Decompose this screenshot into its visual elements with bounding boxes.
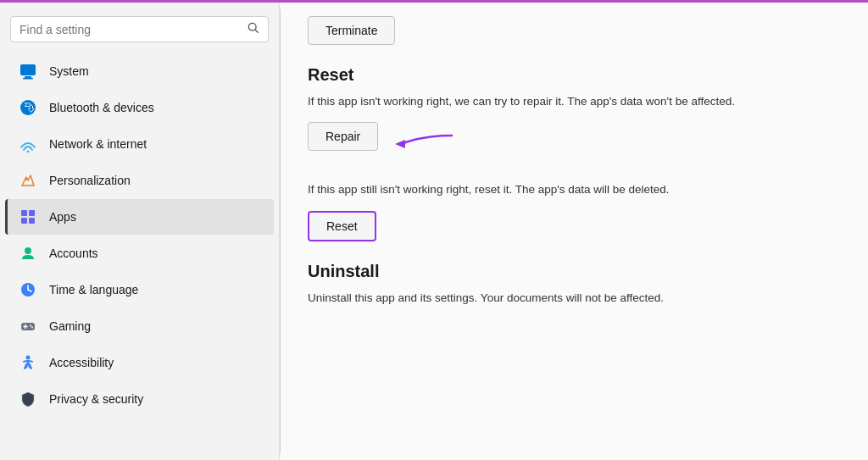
svg-rect-11 [21, 218, 27, 224]
sidebar-item-time[interactable]: Time & language [5, 272, 274, 308]
svg-rect-9 [21, 210, 27, 216]
svg-point-22 [26, 356, 31, 360]
system-icon [19, 62, 37, 80]
reset-title: Reset [308, 65, 841, 85]
svg-text:⮷: ⮷ [24, 102, 35, 114]
sidebar-item-apps-label: Apps [49, 210, 76, 224]
sidebar-item-network[interactable]: Network & internet [5, 126, 274, 162]
network-icon [19, 135, 37, 153]
sidebar-item-accounts-label: Accounts [49, 247, 98, 260]
repair-btn-wrapper: Repair [308, 122, 841, 166]
sidebar-item-accessibility-label: Accessibility [49, 356, 114, 369]
svg-point-21 [31, 327, 33, 329]
content-area: Terminate Reset If this app isn't workin… [281, 3, 868, 460]
accessibility-icon [19, 353, 37, 372]
repair-arrow-icon [388, 129, 456, 159]
search-icon [248, 22, 259, 36]
privacy-icon [19, 390, 37, 408]
repair-button[interactable]: Repair [308, 122, 378, 151]
sidebar-item-accounts[interactable]: Accounts [5, 236, 274, 271]
svg-rect-2 [20, 64, 36, 75]
sidebar-item-privacy-label: Privacy & security [49, 392, 143, 406]
search-container [0, 9, 279, 53]
reset-button[interactable]: Reset [308, 211, 376, 241]
gaming-icon [19, 317, 37, 335]
search-box[interactable] [10, 16, 269, 42]
svg-point-13 [25, 247, 31, 254]
sidebar-item-gaming[interactable]: Gaming [5, 308, 274, 344]
uninstall-desc: Uninstall this app and its settings. You… [308, 290, 748, 307]
sidebar-item-time-label: Time & language [49, 283, 138, 297]
svg-point-7 [27, 151, 30, 153]
svg-rect-12 [29, 218, 35, 224]
uninstall-title: Uninstall [308, 262, 841, 281]
svg-marker-23 [395, 140, 405, 148]
apps-icon [19, 208, 37, 226]
bluetooth-icon: ⮷ [19, 98, 37, 117]
svg-point-8 [25, 178, 28, 180]
reset-desc2: If this app still isn't working right, r… [308, 181, 748, 198]
sidebar-item-privacy[interactable]: Privacy & security [5, 381, 274, 417]
svg-line-1 [255, 30, 258, 32]
svg-rect-4 [23, 78, 33, 80]
sidebar-item-system-label: System [49, 64, 89, 78]
main-container: System ⮷ Bluetooth & devices Network & i… [0, 3, 868, 460]
reset-btn-wrapper: Reset [308, 211, 841, 241]
sidebar: System ⮷ Bluetooth & devices Network & i… [0, 3, 280, 460]
sidebar-item-bluetooth[interactable]: ⮷ Bluetooth & devices [5, 90, 274, 125]
svg-rect-3 [25, 76, 31, 78]
svg-rect-10 [29, 210, 35, 216]
reset-desc1: If this app isn't working right, we can … [308, 93, 748, 110]
sidebar-item-apps[interactable]: Apps [5, 199, 274, 235]
sidebar-item-bluetooth-label: Bluetooth & devices [49, 101, 154, 114]
svg-point-20 [30, 325, 31, 327]
sidebar-item-personalization-label: Personalization [49, 174, 131, 187]
time-icon [19, 280, 37, 299]
arrow-annotation [388, 129, 456, 159]
uninstall-section: Uninstall Uninstall this app and its set… [308, 262, 841, 307]
reset-section: Reset If this app isn't working right, w… [308, 65, 841, 241]
accounts-icon [19, 244, 37, 263]
sidebar-item-network-label: Network & internet [49, 137, 147, 151]
sidebar-item-gaming-label: Gaming [49, 319, 91, 333]
personalization-icon [19, 171, 37, 190]
sidebar-item-personalization[interactable]: Personalization [5, 163, 274, 198]
sidebar-item-accessibility[interactable]: Accessibility [5, 345, 274, 380]
terminate-button[interactable]: Terminate [308, 16, 395, 45]
sidebar-item-system[interactable]: System [5, 53, 274, 89]
search-input[interactable] [19, 23, 248, 36]
